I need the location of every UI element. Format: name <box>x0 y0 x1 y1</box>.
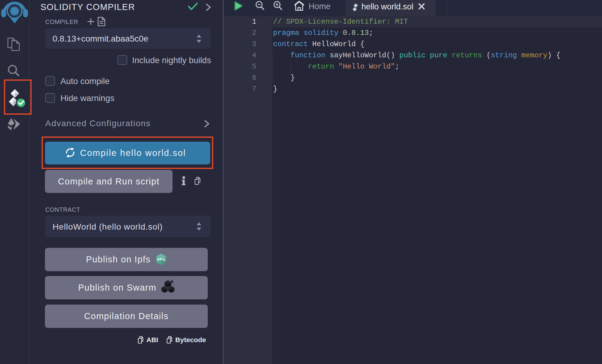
svg-text:IPFS: IPFS <box>157 258 165 262</box>
